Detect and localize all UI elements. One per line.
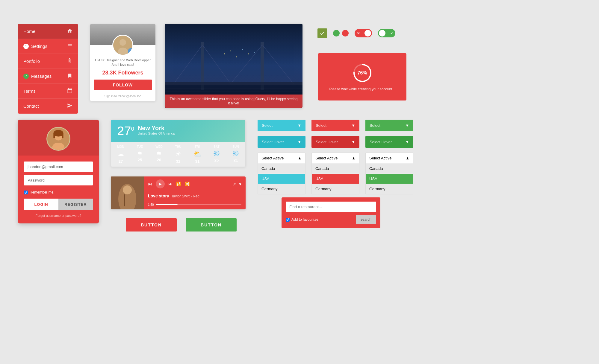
login-button[interactable]: LOGIN <box>24 199 58 210</box>
favourites-checkbox[interactable] <box>286 218 290 222</box>
chevron-up-icon: ▲ <box>352 156 356 160</box>
chevron-up-icon: ▲ <box>298 156 302 160</box>
music-time: 1:50 <box>148 203 154 206</box>
followers-count: 28.3K Followers <box>90 68 155 77</box>
repeat-icon[interactable]: 🔁 <box>176 182 181 186</box>
city-name: New York <box>138 125 175 132</box>
weather-day-thu: THU ☀ 32 <box>169 142 188 167</box>
svg-point-26 <box>53 130 63 136</box>
sidebar-item-label: Messages <box>31 74 52 79</box>
share-icon[interactable]: ↗ <box>233 182 236 186</box>
sidebar-item-terms[interactable]: Terms <box>18 84 78 99</box>
weather-top: 270 New York United States Of America <box>111 120 245 142</box>
checkbox-toggle[interactable] <box>317 28 327 38</box>
pill-label-off: ✕ <box>357 31 360 35</box>
progress-ring: 76% <box>352 63 373 83</box>
dropdown-option-germany-2[interactable]: Germany <box>312 184 359 194</box>
svg-point-16 <box>248 53 249 54</box>
dropdown-option-canada-1[interactable]: Canada <box>258 164 305 174</box>
dropdown-option-canada-2[interactable]: Canada <box>312 164 359 174</box>
avatar: ✓ <box>112 35 133 56</box>
dropdown-red-normal[interactable]: Select ▼ <box>311 120 359 131</box>
svg-point-17 <box>254 52 255 53</box>
register-button[interactable]: REGISTER <box>58 199 93 210</box>
music-progress-bar[interactable] <box>156 204 241 205</box>
svg-point-15 <box>242 49 243 50</box>
svg-rect-28 <box>62 133 63 138</box>
sidebar-item-contact[interactable]: Contact <box>18 99 78 114</box>
svg-point-13 <box>230 51 231 51</box>
music-thumbnail <box>111 176 144 209</box>
chevron-down-icon: ▼ <box>351 140 355 144</box>
checkbox-toggle-group <box>317 28 327 38</box>
sidebar-item-label: Contact <box>23 103 39 109</box>
progress-card: 76% Please wait while creating your acco… <box>318 53 406 100</box>
settings-badge: 1 <box>23 44 29 49</box>
fast-forward-icon[interactable]: ⏭ <box>168 182 173 186</box>
weather-day-sun: SUN 💨 21 <box>226 142 245 167</box>
sign-in-hint: Sign in to follow @JhonDoe <box>90 93 155 101</box>
settings-icon <box>67 43 72 49</box>
weather-temperature: 270 <box>117 125 134 137</box>
forgot-password-link[interactable]: Forgot username or password? <box>18 214 99 217</box>
dropdown-option-usa-1[interactable]: USA <box>258 174 305 184</box>
contact-icon <box>67 103 72 109</box>
dropdowns-section: Select ▼ Select ▼ Select ▼ Select Hover … <box>258 120 413 199</box>
sidebar-item-settings[interactable]: 1 Settings <box>18 39 78 54</box>
chevron-down-icon: ▼ <box>405 140 409 144</box>
weather-day-sat: SAT 💨 25 <box>207 142 226 167</box>
shuffle-icon[interactable]: 🔀 <box>185 182 190 186</box>
email-input[interactable] <box>24 162 93 172</box>
radio-dot-red[interactable] <box>342 30 349 36</box>
svg-point-2 <box>118 48 128 55</box>
search-input[interactable] <box>286 202 376 212</box>
weather-day-wed: WED 🌧 20 <box>149 142 169 167</box>
sidebar-item-label: Settings <box>31 44 47 49</box>
dropdown-active-header-2[interactable]: Select Active ▲ <box>312 153 359 164</box>
play-button[interactable]: ▶ <box>156 179 165 188</box>
pill-toggle-off[interactable]: ✕ <box>355 29 372 37</box>
login-buttons: LOGIN REGISTER <box>24 199 93 210</box>
dropdown-red-hover[interactable]: Select Hover ▼ <box>311 136 359 148</box>
chevron-up-icon: ▲ <box>406 156 409 160</box>
dropdown-option-usa-3[interactable]: USA <box>366 174 413 184</box>
profile-bio: UI/UIX Designer and Web Developper And I… <box>90 56 155 68</box>
weather-days: MON ☁ 27 TUE 🌧 25 WED 🌧 20 THU ☀ 32 FRI <box>111 142 245 167</box>
radio-dot-green[interactable] <box>333 30 340 36</box>
weather-widget: 270 New York United States Of America MO… <box>111 120 246 167</box>
sidebar-item-portfolio[interactable]: Portfolio <box>18 54 78 69</box>
chevron-down-icon: ▼ <box>351 123 355 128</box>
dropdown-cyan-normal[interactable]: Select ▼ <box>258 120 305 131</box>
green-button[interactable]: BUTTON <box>186 218 237 232</box>
weather-day-fri: FRI ⛅ 31 <box>188 142 207 167</box>
music-title: Love story Taylor Swift - Red <box>148 194 241 198</box>
verified-badge: ✓ <box>128 48 133 54</box>
dropdown-active-header[interactable]: Select Active ▲ <box>258 153 305 164</box>
dropdown-row-active: Select Active ▲ Canada USA Germany Selec… <box>258 153 413 194</box>
home-icon <box>67 28 72 34</box>
dropdown-active-header-3[interactable]: Select Active ▲ <box>366 153 413 164</box>
red-button[interactable]: BUTTON <box>126 218 177 232</box>
pill-toggle-on[interactable]: ✓ <box>378 29 395 37</box>
dropdown-option-usa-2[interactable]: USA <box>312 174 359 184</box>
button-group: BUTTON BUTTON <box>126 218 237 232</box>
dropdown-option-germany-3[interactable]: Germany <box>366 184 413 194</box>
country-name: United States Of America <box>138 132 175 135</box>
svg-point-14 <box>236 56 237 57</box>
sidebar-item-messages[interactable]: 7 Messages <box>18 69 78 84</box>
dropdown-option-canada-3[interactable]: Canada <box>366 164 413 174</box>
rewind-icon[interactable]: ⏮ <box>148 182 152 186</box>
remember-checkbox[interactable] <box>24 191 28 194</box>
dropdown-green-normal[interactable]: Select ▼ <box>365 120 413 131</box>
follow-button[interactable]: FOLLOW <box>94 80 152 90</box>
dropdown-green-hover[interactable]: Select Hover ▼ <box>365 136 413 148</box>
dropdown-cyan-hover[interactable]: Select Hover ▼ <box>258 136 305 148</box>
dropdown-option-germany-1[interactable]: Germany <box>258 184 305 194</box>
login-card: Remember me. LOGIN REGISTER Forgot usern… <box>18 120 99 223</box>
heart-icon[interactable]: ♥ <box>239 182 241 186</box>
password-input[interactable] <box>24 175 93 185</box>
sidebar-item-home[interactable]: Home <box>18 24 78 39</box>
search-button[interactable]: search <box>356 215 376 224</box>
messages-icon <box>67 73 72 79</box>
profile-card: ✓ UI/UIX Designer and Web Developper And… <box>90 24 156 101</box>
